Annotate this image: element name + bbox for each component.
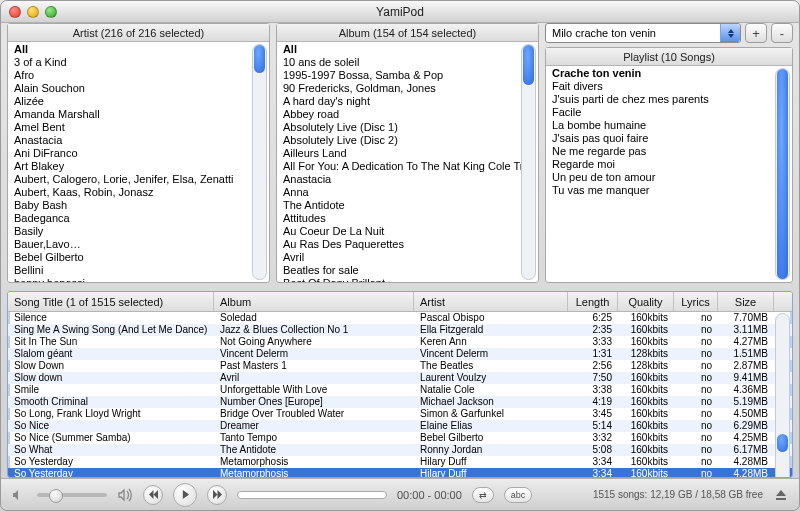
table-cell: no bbox=[674, 420, 718, 432]
list-item[interactable]: All bbox=[8, 42, 269, 55]
list-item[interactable]: J'sais pas quoi faire bbox=[546, 131, 792, 144]
list-item[interactable]: Aubert, Kaas, Robin, Jonasz bbox=[8, 185, 269, 198]
table-row[interactable]: SmileUnforgettable With LoveNatalie Cole… bbox=[8, 384, 792, 396]
list-item[interactable]: Abbey road bbox=[277, 107, 538, 120]
songs-scrollbar[interactable] bbox=[775, 313, 790, 478]
table-cell: Natalie Cole bbox=[414, 384, 568, 396]
table-row[interactable]: Smooth CriminalNumber Ones [Europe]Micha… bbox=[8, 396, 792, 408]
list-item[interactable]: Absolutely Live (Disc 2) bbox=[277, 133, 538, 146]
list-item[interactable]: All bbox=[277, 42, 538, 55]
table-row[interactable]: SilenceSoledadPascal Obispo6:25160kbitsn… bbox=[8, 312, 792, 324]
list-item[interactable]: Tu vas me manquer bbox=[546, 183, 792, 196]
artist-panel-header[interactable]: Artist (216 of 216 selected) bbox=[8, 24, 269, 42]
shuffle-button[interactable]: ⇄ bbox=[472, 487, 494, 503]
list-item[interactable]: Avril bbox=[277, 250, 538, 263]
list-item[interactable]: Beatles for sale bbox=[277, 263, 538, 276]
list-item[interactable]: Alain Souchon bbox=[8, 81, 269, 94]
table-row[interactable]: So Long, Frank Lloyd WrightBridge Over T… bbox=[8, 408, 792, 420]
table-row[interactable]: So WhatThe AntidoteRonny Jordan5:08160kb… bbox=[8, 444, 792, 456]
list-item[interactable]: La bombe humaine bbox=[546, 118, 792, 131]
prev-track-button[interactable] bbox=[143, 485, 163, 505]
col-quality[interactable]: Quality bbox=[618, 292, 674, 311]
table-row[interactable]: Slalom géantVincent DelermVincent Delerm… bbox=[8, 348, 792, 360]
list-item[interactable]: J'suis parti de chez mes parents bbox=[546, 92, 792, 105]
table-cell: no bbox=[674, 408, 718, 420]
list-item[interactable]: Ne me regarde pas bbox=[546, 144, 792, 157]
artist-scrollbar[interactable] bbox=[252, 44, 267, 280]
list-item[interactable]: Amanda Marshall bbox=[8, 107, 269, 120]
playlist-panel-header[interactable]: Playlist (10 Songs) bbox=[546, 48, 792, 66]
col-title[interactable]: Song Title (1 of 1515 selected) bbox=[8, 292, 214, 311]
table-row[interactable]: So Nice (Summer Samba)Tanto TempoBebel G… bbox=[8, 432, 792, 444]
list-item[interactable]: Aubert, Calogero, Lorie, Jenifer, Elsa, … bbox=[8, 172, 269, 185]
lyrics-button[interactable]: abc bbox=[504, 487, 533, 503]
list-item[interactable]: Baby Bash bbox=[8, 198, 269, 211]
list-item[interactable]: Amel Bent bbox=[8, 120, 269, 133]
list-item[interactable]: benny benassi bbox=[8, 276, 269, 282]
progress-bar[interactable] bbox=[237, 491, 387, 499]
col-artist[interactable]: Artist bbox=[414, 292, 568, 311]
table-row[interactable]: So YesterdayMetamorphosisHilary Duff3:34… bbox=[8, 468, 792, 478]
playlist-list[interactable]: Crache ton veninFait diversJ'suis parti … bbox=[546, 66, 792, 282]
play-button[interactable] bbox=[173, 483, 197, 507]
list-item[interactable]: Absolutely Live (Disc 1) bbox=[277, 120, 538, 133]
list-item[interactable]: 10 ans de soleil bbox=[277, 55, 538, 68]
songs-table-body[interactable]: SilenceSoledadPascal Obispo6:25160kbitsn… bbox=[8, 312, 792, 478]
list-item[interactable]: The Antidote bbox=[277, 198, 538, 211]
table-cell: 2.87MB bbox=[718, 360, 774, 372]
list-item[interactable]: 3 of a Kind bbox=[8, 55, 269, 68]
list-item[interactable]: A hard day's night bbox=[277, 94, 538, 107]
list-item[interactable]: Anastacia bbox=[277, 172, 538, 185]
list-item[interactable]: Crache ton venin bbox=[546, 66, 792, 79]
table-row[interactable]: Sing Me A Swing Song (And Let Me Dance)J… bbox=[8, 324, 792, 336]
list-item[interactable]: Regarde moi bbox=[546, 157, 792, 170]
list-item[interactable]: Facile bbox=[546, 105, 792, 118]
table-cell: 4:19 bbox=[568, 396, 618, 408]
col-lyrics[interactable]: Lyrics bbox=[674, 292, 718, 311]
table-row[interactable]: Slow downAvrilLaurent Voulzy7:50160kbits… bbox=[8, 372, 792, 384]
album-scrollbar[interactable] bbox=[521, 44, 536, 280]
list-item[interactable]: Bauer,Lavo… bbox=[8, 237, 269, 250]
list-item[interactable]: 90 Fredericks, Goldman, Jones bbox=[277, 81, 538, 94]
playlist-select[interactable]: Milo crache ton venin bbox=[545, 23, 741, 43]
col-album[interactable]: Album bbox=[214, 292, 414, 311]
list-item[interactable]: Basily bbox=[8, 224, 269, 237]
remove-playlist-button[interactable]: - bbox=[771, 23, 793, 43]
table-cell: So What bbox=[8, 444, 214, 456]
table-row[interactable]: So NiceDreamerElaine Elias5:14160kbitsno… bbox=[8, 420, 792, 432]
artist-list[interactable]: All3 of a KindAfroAlain SouchonAlizéeAma… bbox=[8, 42, 269, 282]
list-item[interactable]: Au Coeur De La Nuit bbox=[277, 224, 538, 237]
table-cell: Keren Ann bbox=[414, 336, 568, 348]
list-item[interactable]: Anna bbox=[277, 185, 538, 198]
list-item[interactable]: 1995-1997 Bossa, Samba & Pop bbox=[277, 68, 538, 81]
list-item[interactable]: Alizée bbox=[8, 94, 269, 107]
list-item[interactable]: All For You: A Dedication To The Nat Kin… bbox=[277, 159, 538, 172]
table-cell: Ella Fitzgerald bbox=[414, 324, 568, 336]
col-length[interactable]: Length bbox=[568, 292, 618, 311]
list-item[interactable]: Afro bbox=[8, 68, 269, 81]
list-item[interactable]: Fait divers bbox=[546, 79, 792, 92]
eject-icon[interactable] bbox=[773, 487, 789, 503]
list-item[interactable]: Bebel Gilberto bbox=[8, 250, 269, 263]
list-item[interactable]: Art Blakey bbox=[8, 159, 269, 172]
list-item[interactable]: Bellini bbox=[8, 263, 269, 276]
add-playlist-button[interactable]: + bbox=[745, 23, 767, 43]
table-row[interactable]: Sit In The SunNot Going AnywhereKeren An… bbox=[8, 336, 792, 348]
list-item[interactable]: Best Of Dany Brillant bbox=[277, 276, 538, 282]
list-item[interactable]: Attitudes bbox=[277, 211, 538, 224]
album-list[interactable]: All10 ans de soleil1995-1997 Bossa, Samb… bbox=[277, 42, 538, 282]
playlist-scrollbar[interactable] bbox=[775, 68, 790, 280]
col-size[interactable]: Size bbox=[718, 292, 774, 311]
list-item[interactable]: Au Ras Des Paquerettes bbox=[277, 237, 538, 250]
list-item[interactable]: Badeganca bbox=[8, 211, 269, 224]
album-panel-header[interactable]: Album (154 of 154 selected) bbox=[277, 24, 538, 42]
volume-slider[interactable] bbox=[37, 493, 107, 497]
next-track-button[interactable] bbox=[207, 485, 227, 505]
list-item[interactable]: Un peu de ton amour bbox=[546, 170, 792, 183]
list-item[interactable]: Anastacia bbox=[8, 133, 269, 146]
list-item[interactable]: Ailleurs Land bbox=[277, 146, 538, 159]
table-row[interactable]: Slow DownPast Masters 1The Beatles2:5612… bbox=[8, 360, 792, 372]
table-row[interactable]: So YesterdayMetamorphosisHilary Duff3:34… bbox=[8, 456, 792, 468]
table-cell: The Beatles bbox=[414, 360, 568, 372]
list-item[interactable]: Ani DiFranco bbox=[8, 146, 269, 159]
